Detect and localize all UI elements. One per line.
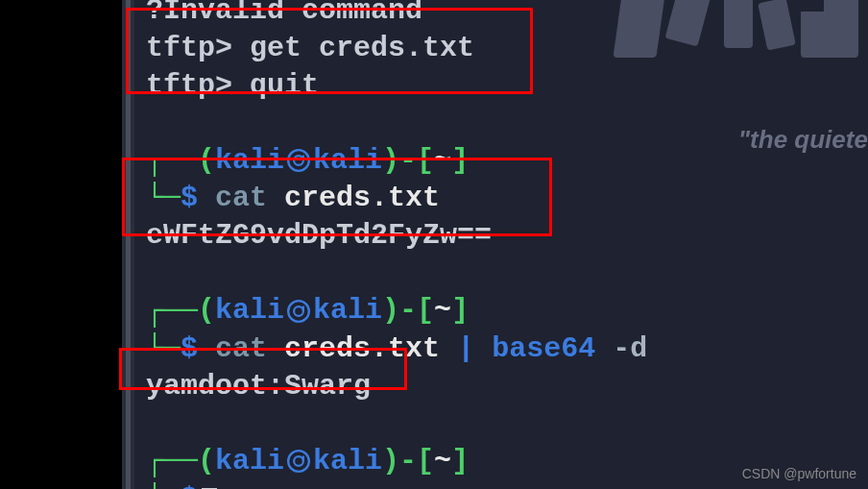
svg-point-1 bbox=[294, 156, 303, 165]
watermark: CSDN @pwfortune bbox=[742, 466, 856, 481]
scrollbar-thumb[interactable] bbox=[126, 0, 131, 489]
ps1-top-3: ┌──(kalikali)-[~] bbox=[146, 443, 647, 480]
svg-point-4 bbox=[288, 451, 309, 472]
svg-point-2 bbox=[288, 301, 309, 322]
blank-line bbox=[146, 105, 647, 142]
ps1-cmd-1: └─$ cat creds.txt bbox=[146, 180, 647, 217]
user-at-icon bbox=[284, 443, 313, 480]
user-at-icon bbox=[284, 292, 313, 330]
terminal-content[interactable]: ?Invalid command tftp> get creds.txt tft… bbox=[146, 0, 647, 489]
ps1-top-1: ┌──(kalikali)-[~] bbox=[146, 142, 647, 180]
blank-line bbox=[146, 255, 647, 292]
user-at-icon bbox=[284, 142, 313, 180]
svg-point-5 bbox=[294, 456, 303, 466]
kali-tagline: "the quieter bbox=[738, 125, 868, 155]
left-panel bbox=[0, 0, 122, 489]
ps1-top-2: ┌──(kalikali)-[~] bbox=[146, 292, 647, 330]
svg-point-0 bbox=[288, 150, 309, 171]
ps1-cmd-2: └─$ cat creds.txt | base64 -d bbox=[146, 330, 647, 368]
svg-point-3 bbox=[294, 306, 303, 316]
ps1-cmd-3[interactable]: └─$ bbox=[146, 480, 647, 489]
tftp-line-1: tftp> get creds.txt bbox=[146, 30, 647, 67]
blank-line bbox=[146, 405, 647, 443]
output-line: ?Invalid command bbox=[146, 0, 647, 30]
tftp-line-2: tftp> quit bbox=[146, 67, 647, 105]
output-decoded: yamdoot:Swarg bbox=[146, 368, 647, 405]
output-b64: eWFtZG9vdDpTd2FyZw== bbox=[146, 217, 647, 255]
